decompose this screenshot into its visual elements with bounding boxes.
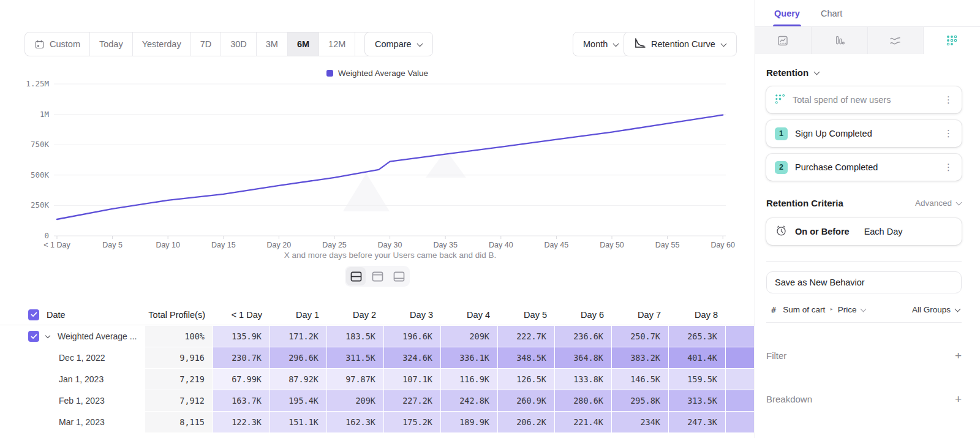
column-header[interactable]: Day 8: [669, 304, 726, 325]
retention-value-cell-partial: [726, 369, 755, 390]
retention-value-cell: 227.2K: [384, 390, 441, 411]
report-type-funnel-icon[interactable]: [812, 27, 868, 54]
x-axis-tick-label: Day 55: [655, 241, 680, 249]
x-axis-tick-label: Day 60: [710, 241, 735, 249]
retention-section-header[interactable]: Retention: [766, 67, 962, 78]
x-axis-tick-label: Day 25: [322, 241, 347, 249]
retention-line-chart[interactable]: 0250K500K750K1M1.25M< 1 DayDay 5Day 10Da…: [0, 64, 755, 251]
row-label-cell[interactable]: Jan 1, 2023: [0, 369, 145, 390]
range-option-7d[interactable]: 7D: [190, 32, 221, 56]
chevron-down-icon: [613, 40, 619, 46]
report-type-insights-icon[interactable]: [755, 27, 812, 54]
tab-query[interactable]: Query: [774, 0, 800, 26]
retention-value-cell: 163.7K: [213, 390, 270, 411]
timing-mode[interactable]: On or Before: [795, 227, 850, 236]
add-breakdown-button[interactable]: +: [955, 393, 962, 405]
all-groups-label: All Groups: [912, 305, 951, 314]
layout-bottom-icon[interactable]: [389, 267, 409, 285]
chart-x-axis-caption: X and more days before your Users came b…: [0, 251, 780, 260]
chart-type-button[interactable]: Retention Curve: [624, 32, 737, 56]
retention-value-cell: 364.8K: [555, 347, 612, 368]
range-option-custom[interactable]: Custom: [25, 32, 89, 56]
behavior-card[interactable]: Total spend of new users ⋮: [766, 86, 962, 113]
kebab-menu-icon[interactable]: ⋮: [944, 128, 953, 139]
retention-value-cell: 97.87K: [327, 369, 384, 390]
step-card-1[interactable]: 1 Sign Up Completed ⋮: [766, 120, 962, 147]
range-option-12m[interactable]: 12M: [318, 32, 355, 56]
column-header[interactable]: Day 7: [612, 304, 669, 325]
column-header[interactable]: Day 2: [327, 304, 384, 325]
row-label: Weighted Average ...: [58, 331, 137, 341]
row-label-cell[interactable]: Weighted Average ...: [0, 326, 145, 347]
range-option-yesterday[interactable]: Yesterday: [132, 32, 190, 56]
breakdown-label: Breakdown: [766, 394, 955, 404]
retention-value-cell: 324.6K: [384, 347, 441, 368]
timing-window[interactable]: Each Day: [864, 227, 903, 236]
range-option-30d[interactable]: 30D: [221, 32, 256, 56]
column-header[interactable]: Day 4: [441, 304, 498, 325]
range-option-label: 6M: [297, 39, 309, 49]
all-groups-dropdown[interactable]: All Groups: [912, 305, 960, 314]
retention-series-line[interactable]: [57, 115, 723, 219]
table-row: Feb 1, 20237,912163.7K195.4K209K227.2K24…: [0, 390, 755, 411]
column-header-label: Day 3: [410, 310, 433, 320]
calendar-icon: [34, 39, 45, 50]
retention-section-title: Retention: [766, 67, 809, 78]
column-header[interactable]: Total Profile(s): [145, 304, 213, 325]
retention-value-cell: 280.6K: [555, 390, 612, 411]
save-as-new-behavior-button[interactable]: Save as New Behavior: [766, 271, 962, 293]
column-header-label: Day 2: [353, 310, 376, 320]
kebab-menu-icon[interactable]: ⋮: [944, 94, 953, 105]
retention-value-cell: 162.3K: [327, 412, 384, 432]
total-profiles-cell: 8,115: [145, 412, 213, 432]
report-type-flow-icon[interactable]: [868, 27, 924, 54]
column-header-date[interactable]: Date: [0, 304, 145, 325]
range-option-6m[interactable]: 6M: [287, 32, 318, 56]
column-header-label: Date: [47, 310, 66, 320]
advanced-dropdown[interactable]: Advanced: [915, 198, 962, 208]
row-label-cell[interactable]: Feb 1, 2023: [0, 390, 145, 411]
step-card-2[interactable]: 2 Purchase Completed ⋮: [766, 154, 962, 181]
checkbox-checked[interactable]: [28, 331, 39, 342]
range-option-label: 12M: [328, 39, 345, 49]
add-filter-button[interactable]: +: [955, 350, 962, 361]
retention-value-cell-partial: [726, 347, 755, 368]
filter-label: Filter: [766, 350, 955, 361]
range-option-3m[interactable]: 3M: [256, 32, 287, 56]
tab-chart[interactable]: Chart: [821, 0, 842, 26]
date-range-picker: CustomTodayYesterday7D30D3M6M12MXTD: [24, 32, 402, 56]
total-profiles-cell: 9,916: [145, 347, 213, 368]
chevron-down-icon: [417, 40, 423, 46]
retention-report-page: CustomTodayYesterday7D30D3M6M12MXTD Comp…: [0, 0, 980, 438]
column-header[interactable]: < 1 Day: [213, 304, 270, 325]
table-row: Mar 1, 20238,115122.3K151.1K162.3K175.2K…: [0, 411, 755, 432]
layout-split-icon[interactable]: [346, 267, 366, 285]
row-label-cell[interactable]: Mar 1, 2023: [0, 412, 145, 432]
save-as-new-behavior-label: Save as New Behavior: [775, 278, 865, 287]
retention-value-cell: 209K: [327, 390, 384, 411]
checkbox-checked[interactable]: [28, 309, 39, 320]
filter-row: Filter +: [766, 350, 962, 361]
column-header[interactable]: Day 5: [498, 304, 555, 325]
granularity-button[interactable]: Month: [573, 32, 629, 56]
column-header[interactable]: Day 1: [270, 304, 327, 325]
column-header[interactable]: Day 6: [555, 304, 612, 325]
range-option-label: Today: [99, 39, 123, 49]
column-header-label: Day 7: [638, 310, 661, 320]
measure-property-dropdown[interactable]: Sum of cart ‣ Price: [783, 305, 905, 314]
kebab-menu-icon[interactable]: ⋮: [944, 162, 953, 173]
collapse-chevron-icon[interactable]: [46, 334, 51, 339]
retention-value-cell: 242.8K: [441, 390, 498, 411]
report-type-retention-icon[interactable]: [924, 27, 980, 54]
range-option-today[interactable]: Today: [89, 32, 132, 56]
criteria-timing-card[interactable]: On or Before Each Day: [766, 218, 962, 245]
compare-button[interactable]: Compare: [364, 32, 433, 56]
row-label-cell[interactable]: Dec 1, 2022: [0, 347, 145, 368]
alarm-clock-icon: [775, 224, 788, 240]
layout-top-icon[interactable]: [368, 267, 387, 285]
retention-value-cell: 401.4K: [669, 347, 726, 368]
table-header-row: DateTotal Profile(s)< 1 DayDay 1Day 2Day…: [0, 304, 755, 325]
column-header-label: Day 8: [695, 310, 718, 320]
column-header[interactable]: Day 3: [384, 304, 441, 325]
retention-value-cell: 135.9K: [213, 326, 270, 347]
